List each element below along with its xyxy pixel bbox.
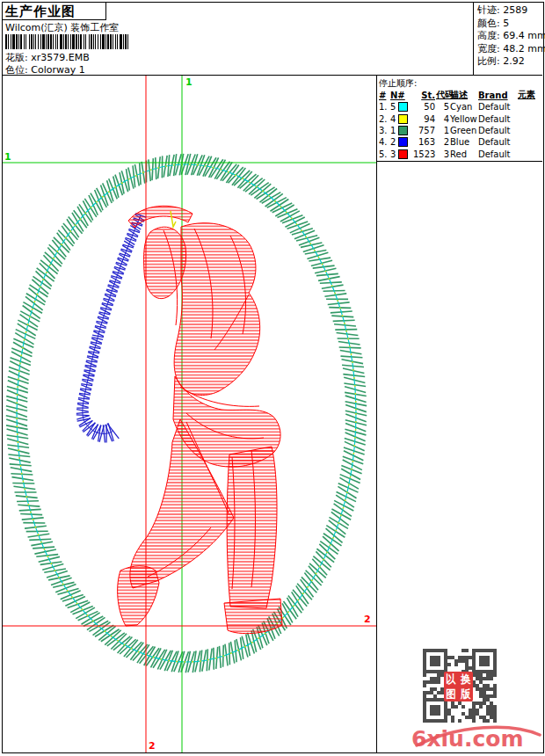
end-marker-right: 2	[364, 614, 371, 624]
table-row: 5.315233RedDefault	[379, 149, 541, 160]
cell-brand: Default	[478, 137, 518, 147]
cell-num: 3.	[379, 126, 390, 135]
studio-name: Wilcom(汇京) 装饰工作室	[5, 21, 119, 34]
cell-num: 1.	[379, 102, 390, 112]
cell-st: 50	[413, 102, 436, 112]
col-element: 元素	[518, 89, 541, 101]
cell-st: 94	[413, 114, 436, 124]
stop-sequence-panel: 停止顺序: # N# St. 代码 描述 Brand 元素 1.5505Cyan…	[379, 77, 541, 160]
cell-desc: Green	[450, 126, 478, 135]
cell-code: 3	[436, 149, 450, 159]
stat-scale: 比例: 2.92	[477, 55, 545, 69]
cell-st: 1523	[413, 149, 436, 159]
table-row: 2.4944YellowDefault	[379, 113, 541, 124]
page-title: 生产作业图	[3, 3, 105, 21]
col-st: St.	[413, 91, 436, 100]
stat-width: 宽度: 48.2 mm	[477, 43, 545, 56]
red-seal: 以 换 图 版	[444, 672, 473, 701]
cell-st: 757	[413, 126, 436, 135]
cell-num: 4.	[379, 137, 390, 147]
stat-colors: 颜色: 5	[477, 18, 545, 31]
cell-num: 5.	[379, 149, 390, 159]
cell-needle: 3	[390, 149, 398, 159]
thread-color-swatch	[398, 102, 408, 112]
watermark-logo: 6xiu.com	[408, 719, 545, 752]
col-desc: 描述	[450, 89, 478, 101]
table-bottom-border	[377, 161, 542, 162]
thread-color-swatch	[398, 114, 408, 124]
design-canvas	[3, 76, 376, 752]
start-marker-top: 1	[185, 77, 193, 87]
design-file-line: 花版: xr3579.EMB	[5, 51, 90, 64]
cell-needle: 4	[390, 114, 398, 124]
start-marker-left: 1	[4, 152, 11, 162]
col-needle: N#	[390, 91, 398, 100]
cell-needle: 5	[390, 102, 398, 112]
col-brand: Brand	[478, 91, 518, 100]
cell-brand: Default	[478, 102, 518, 112]
cell-brand: Default	[478, 126, 518, 135]
table-row: 4.21632BlueDefault	[379, 136, 541, 148]
cell-needle: 2	[390, 137, 398, 147]
panel-divider	[376, 76, 377, 752]
barcode	[5, 34, 132, 49]
cell-code: 2	[436, 137, 450, 147]
cell-desc: Blue	[450, 137, 478, 147]
design-stats: 针迹: 2589 颜色: 5 高度: 69.4 mm 宽度: 48.2 mm 比…	[477, 4, 545, 69]
cell-st: 163	[413, 137, 436, 147]
thread-color-swatch	[398, 126, 408, 135]
col-num: #	[379, 91, 390, 100]
stop-sequence-rows: 1.5505CyanDefault2.4944YellowDefault3.17…	[379, 101, 541, 160]
cell-code: 1	[436, 126, 450, 135]
design-file-label: 花版:	[5, 52, 28, 63]
cell-desc: Yellow	[450, 114, 478, 124]
end-marker-bottom: 2	[149, 741, 156, 751]
cell-code: 4	[436, 114, 450, 124]
table-row: 3.17571GreenDefault	[379, 125, 541, 136]
thread-color-swatch	[398, 149, 408, 159]
design-file-value: xr3579.EMB	[31, 52, 90, 63]
production-worksheet-page: { "header": { "title": "生产作业图", "studio"…	[0, 0, 545, 756]
page-title-cell: 生产作业图	[3, 3, 106, 20]
thread-color-swatch	[398, 137, 408, 147]
cell-desc: Red	[450, 149, 478, 159]
stat-height: 高度: 69.4 mm	[477, 30, 545, 43]
cell-code: 5	[436, 102, 450, 112]
cell-brand: Default	[478, 114, 518, 124]
stop-sequence-header: # N# St. 代码 描述 Brand 元素	[379, 89, 541, 101]
stat-stitches: 针迹: 2589	[477, 4, 545, 18]
cell-desc: Cyan	[450, 102, 478, 112]
cell-num: 2.	[379, 114, 390, 124]
table-row: 1.5505CyanDefault	[379, 101, 541, 113]
header-divider-vertical	[473, 3, 474, 75]
cell-brand: Default	[478, 149, 518, 159]
cell-needle: 1	[390, 126, 398, 135]
stop-sequence-title: 停止顺序:	[379, 77, 541, 89]
col-code: 代码	[436, 89, 450, 101]
